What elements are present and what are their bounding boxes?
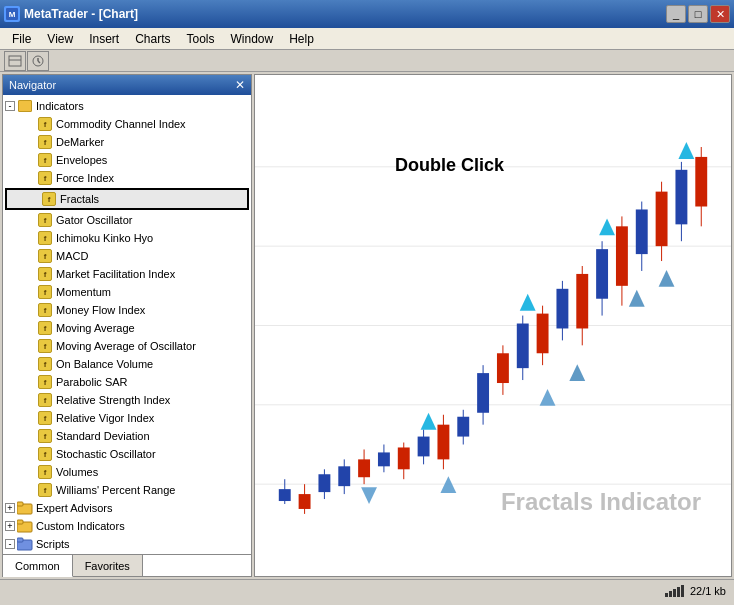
navigator-panel: Navigator ✕ - Indicators f Commodity Cha… xyxy=(2,74,252,577)
menu-file[interactable]: File xyxy=(4,30,39,48)
menu-charts[interactable]: Charts xyxy=(127,30,178,48)
moving-average-indicator-icon: f xyxy=(37,320,53,336)
tree-item-rsi[interactable]: f Relative Strength Index xyxy=(3,391,251,409)
rvi-indicator-icon: f xyxy=(37,410,53,426)
svg-rect-48 xyxy=(477,373,489,413)
tree-item-demarker[interactable]: f DeMarker xyxy=(3,133,251,151)
custom-indicators-folder-icon xyxy=(17,518,33,534)
indicators-label: Indicators xyxy=(36,100,84,112)
svg-rect-40 xyxy=(398,447,410,469)
scripts-section[interactable]: - Scripts xyxy=(3,535,251,553)
svg-rect-70 xyxy=(695,157,707,207)
menu-view[interactable]: View xyxy=(39,30,81,48)
tree-item-fractals[interactable]: f Fractals xyxy=(5,188,249,210)
app-icon: M xyxy=(4,6,20,22)
demarker-indicator-icon: f xyxy=(37,134,53,150)
tree-item-obv[interactable]: f On Balance Volume xyxy=(3,355,251,373)
tree-item-mfi-market[interactable]: f Market Facilitation Index xyxy=(3,265,251,283)
tree-item-williams[interactable]: f Williams' Percent Range xyxy=(3,481,251,499)
tree-item-mao[interactable]: f Moving Average of Oscillator xyxy=(3,337,251,355)
svg-rect-12 xyxy=(17,538,23,542)
menu-tools[interactable]: Tools xyxy=(179,30,223,48)
custom-indicators-expand-icon[interactable]: + xyxy=(5,521,15,531)
rsi-label: Relative Strength Index xyxy=(56,394,170,406)
scripts-label: Scripts xyxy=(36,538,70,550)
tree-item-ichimoku[interactable]: f Ichimoku Kinko Hyo xyxy=(3,229,251,247)
force-index-indicator-icon: f xyxy=(37,170,53,186)
toolbar-btn-2[interactable] xyxy=(27,51,49,71)
indicators-folder-icon xyxy=(17,98,33,114)
tree-item-macd[interactable]: f MACD xyxy=(3,247,251,265)
tab-common[interactable]: Common xyxy=(3,555,73,577)
cci-indicator-icon: f xyxy=(37,116,53,132)
momentum-indicator-icon: f xyxy=(37,284,53,300)
indicators-expand-icon[interactable]: - xyxy=(5,101,15,111)
tab-favorites[interactable]: Favorites xyxy=(73,555,143,576)
signal-bar-4 xyxy=(677,587,680,597)
minimize-button[interactable]: _ xyxy=(666,5,686,23)
custom-indicators-section[interactable]: + Custom Indicators xyxy=(3,517,251,535)
expert-advisors-expand-icon[interactable]: + xyxy=(5,503,15,513)
svg-rect-34 xyxy=(338,466,350,486)
svg-rect-30 xyxy=(299,494,311,509)
fractals-label: Fractals xyxy=(60,193,99,205)
signal-bar-2 xyxy=(669,591,672,597)
chart-area: Double Click Fractals Indicator xyxy=(254,74,732,577)
svg-rect-62 xyxy=(616,226,628,285)
svg-rect-44 xyxy=(437,425,449,460)
tree-item-cci[interactable]: f Commodity Channel Index xyxy=(3,115,251,133)
tree-item-volumes[interactable]: f Volumes xyxy=(3,463,251,481)
volumes-label: Volumes xyxy=(56,466,98,478)
navigator-tree[interactable]: - Indicators f Commodity Channel Index f xyxy=(3,95,251,554)
status-bar: 22/1 kb xyxy=(0,579,734,601)
stochastic-indicator-icon: f xyxy=(37,446,53,462)
stochastic-label: Stochastic Oscillator xyxy=(56,448,156,460)
maximize-button[interactable]: □ xyxy=(688,5,708,23)
close-button[interactable]: ✕ xyxy=(710,5,730,23)
window-controls[interactable]: _ □ ✕ xyxy=(666,5,730,23)
title-text: MetaTrader - [Chart] xyxy=(24,7,138,21)
williams-indicator-icon: f xyxy=(37,482,53,498)
status-kb: 22/1 kb xyxy=(690,585,726,597)
envelopes-indicator-icon: f xyxy=(37,152,53,168)
custom-indicators-label: Custom Indicators xyxy=(36,520,125,532)
signal-bars xyxy=(665,585,684,597)
tree-item-rvi[interactable]: f Relative Vigor Index xyxy=(3,409,251,427)
rsi-indicator-icon: f xyxy=(37,392,53,408)
obv-label: On Balance Volume xyxy=(56,358,153,370)
ichimoku-label: Ichimoku Kinko Hyo xyxy=(56,232,153,244)
tree-item-gator[interactable]: f Gator Oscillator xyxy=(3,211,251,229)
parabolic-indicator-icon: f xyxy=(37,374,53,390)
tree-item-money-flow[interactable]: f Money Flow Index xyxy=(3,301,251,319)
money-flow-label: Money Flow Index xyxy=(56,304,145,316)
tree-item-momentum[interactable]: f Momentum xyxy=(3,283,251,301)
svg-rect-56 xyxy=(556,289,568,329)
menu-insert[interactable]: Insert xyxy=(81,30,127,48)
stddev-indicator-icon: f xyxy=(37,428,53,444)
ichimoku-indicator-icon: f xyxy=(37,230,53,246)
tree-item-force-index[interactable]: f Force Index xyxy=(3,169,251,187)
rvi-label: Relative Vigor Index xyxy=(56,412,154,424)
menu-help[interactable]: Help xyxy=(281,30,322,48)
main-container: Navigator ✕ - Indicators f Commodity Cha… xyxy=(0,72,734,579)
tree-item-stddev[interactable]: f Standard Deviation xyxy=(3,427,251,445)
signal-bar-3 xyxy=(673,589,676,597)
tree-item-envelopes[interactable]: f Envelopes xyxy=(3,151,251,169)
svg-rect-60 xyxy=(596,249,608,299)
svg-rect-64 xyxy=(636,209,648,254)
tree-item-moving-average[interactable]: f Moving Average xyxy=(3,319,251,337)
tree-item-parabolic[interactable]: f Parabolic SAR xyxy=(3,373,251,391)
scripts-expand-icon[interactable]: - xyxy=(5,539,15,549)
expert-advisors-section[interactable]: + Expert Advisors xyxy=(3,499,251,517)
candlestick-chart xyxy=(255,75,731,576)
macd-indicator-icon: f xyxy=(37,248,53,264)
svg-rect-32 xyxy=(318,474,330,492)
scripts-folder-icon xyxy=(17,536,33,552)
indicators-section[interactable]: - Indicators xyxy=(3,97,251,115)
gator-indicator-icon: f xyxy=(37,212,53,228)
navigator-close-button[interactable]: ✕ xyxy=(235,78,245,92)
menu-window[interactable]: Window xyxy=(223,30,282,48)
mao-indicator-icon: f xyxy=(37,338,53,354)
toolbar-btn-1[interactable] xyxy=(4,51,26,71)
tree-item-stochastic[interactable]: f Stochastic Oscillator xyxy=(3,445,251,463)
